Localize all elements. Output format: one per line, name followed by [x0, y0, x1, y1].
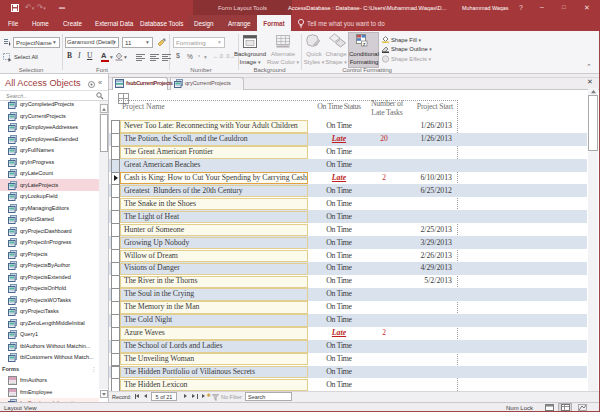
svg-text:z: z [363, 41, 366, 47]
